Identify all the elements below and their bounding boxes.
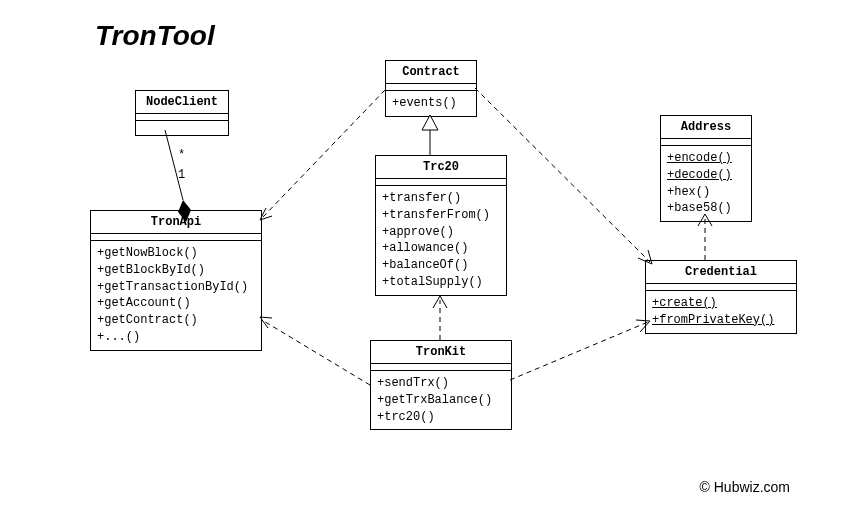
class-credential: Credential +create() +fromPrivateKey() [645, 260, 797, 334]
method: +create() [652, 295, 790, 312]
method: +transfer() [382, 190, 500, 207]
method: +decode() [667, 167, 745, 184]
class-tronkit: TronKit +sendTrx() +getTrxBalance() +trc… [370, 340, 512, 430]
class-nodeclient: NodeClient [135, 90, 229, 136]
class-body: +create() +fromPrivateKey() [646, 291, 796, 333]
method: +totalSupply() [382, 274, 500, 291]
method: +base58() [667, 200, 745, 217]
rel-tronkit-trc20 [433, 296, 447, 340]
method: +events() [392, 95, 470, 112]
class-attr-empty [646, 284, 796, 291]
svg-line-7 [262, 320, 370, 385]
class-body: +getNowBlock() +getBlockById() +getTrans… [91, 241, 261, 350]
class-attr-empty [386, 84, 476, 91]
class-attr-empty [91, 234, 261, 241]
method: +approve() [382, 224, 500, 241]
class-body: +encode() +decode() +hex() +base58() [661, 146, 751, 221]
method: +getTrxBalance() [377, 392, 505, 409]
class-body: +events() [386, 91, 476, 116]
class-name: Trc20 [376, 156, 506, 179]
diagram-title: TronTool [95, 20, 215, 52]
class-attr-empty [136, 114, 228, 121]
class-attr-empty [661, 139, 751, 146]
method: +transferFrom() [382, 207, 500, 224]
method: +getContract() [97, 312, 255, 329]
class-attr-empty [376, 179, 506, 186]
class-attr-empty [371, 364, 511, 371]
method: +hex() [667, 184, 745, 201]
method: +trc20() [377, 409, 505, 426]
class-name: TronKit [371, 341, 511, 364]
method: +balanceOf() [382, 257, 500, 274]
method: +fromPrivateKey() [652, 312, 790, 329]
class-name: Address [661, 116, 751, 139]
rel-tronkit-tronapi [260, 317, 370, 385]
method: +getNowBlock() [97, 245, 255, 262]
class-body [136, 121, 228, 135]
class-name: TronApi [91, 211, 261, 234]
class-address: Address +encode() +decode() +hex() +base… [660, 115, 752, 222]
svg-marker-3 [422, 115, 438, 130]
multiplicity-parent: * [178, 148, 185, 162]
class-name: Contract [386, 61, 476, 84]
method: +getAccount() [97, 295, 255, 312]
class-name: Credential [646, 261, 796, 284]
class-tronapi: TronApi +getNowBlock() +getBlockById() +… [90, 210, 262, 351]
class-contract: Contract +events() [385, 60, 477, 117]
class-name: NodeClient [136, 91, 228, 114]
svg-line-5 [262, 90, 385, 218]
svg-line-0 [165, 130, 183, 200]
method: +sendTrx() [377, 375, 505, 392]
svg-line-8 [510, 322, 648, 380]
class-body: +sendTrx() +getTrxBalance() +trc20() [371, 371, 511, 429]
method: +getTransactionById() [97, 279, 255, 296]
rel-contract-tronapi [260, 90, 385, 220]
method: +allowance() [382, 240, 500, 257]
multiplicity-child: 1 [178, 168, 185, 182]
rel-tronkit-credential [510, 320, 650, 380]
method: +encode() [667, 150, 745, 167]
rel-trc20-contract [422, 115, 438, 155]
method: +getBlockById() [97, 262, 255, 279]
method: +...() [97, 329, 255, 346]
credit-text: © Hubwiz.com [700, 479, 790, 495]
class-trc20: Trc20 +transfer() +transferFrom() +appro… [375, 155, 507, 296]
class-body: +transfer() +transferFrom() +approve() +… [376, 186, 506, 295]
